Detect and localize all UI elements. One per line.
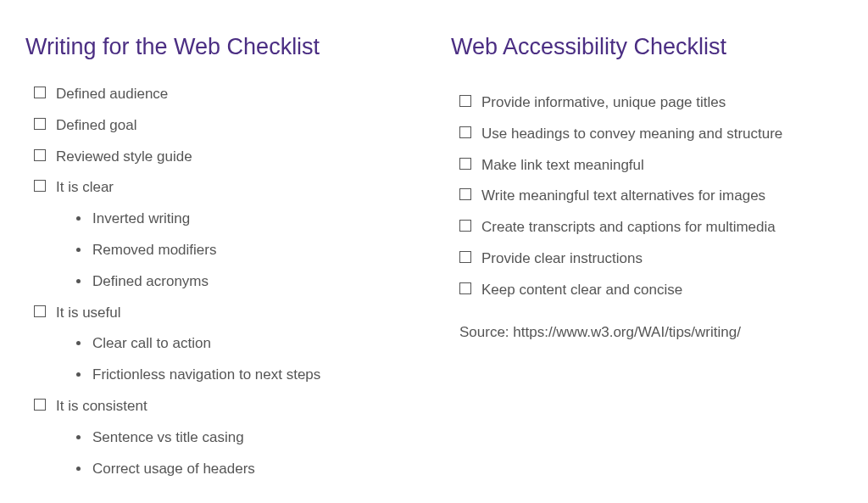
list-item: Provide clear instructions <box>459 249 843 269</box>
right-heading: Web Accessibility Checklist <box>451 34 843 60</box>
sub-item: Correct usage of headers <box>76 459 417 479</box>
bullet-icon <box>76 341 81 345</box>
list-item: Use headings to convey meaning and struc… <box>459 124 843 144</box>
check-label: Provide informative, unique page titles <box>481 92 726 113</box>
checkbox-icon <box>34 87 46 98</box>
sub-list: Inverted writing Removed modifiers Defin… <box>34 209 417 291</box>
list-item: Provide informative, unique page titles <box>459 92 843 113</box>
list-item: It is clear <box>34 177 417 198</box>
list-item: Reviewed style guide <box>34 147 417 167</box>
check-label: Create transcripts and captions for mult… <box>481 217 776 238</box>
checkbox-icon <box>459 282 471 294</box>
sub-label: Removed modifiers <box>92 240 216 260</box>
sub-item: Clear call to action <box>76 333 417 354</box>
checkbox-icon <box>34 305 46 317</box>
checkbox-icon <box>459 220 471 232</box>
sub-item: Removed modifiers <box>76 240 417 260</box>
bullet-icon <box>76 372 81 377</box>
sub-label: Sentence vs title casing <box>92 428 244 448</box>
sub-list: Sentence vs title casing Correct usage o… <box>34 428 417 479</box>
check-label: Provide clear instructions <box>481 249 643 269</box>
check-label: Use headings to convey meaning and struc… <box>481 124 782 144</box>
list-item: It is useful <box>34 303 417 323</box>
sub-label: Frictionless navigation to next steps <box>92 365 320 385</box>
list-item: Defined goal <box>34 115 417 136</box>
accessibility-checklist: Provide informative, unique page titles … <box>451 92 843 300</box>
list-item: Defined audience <box>34 84 417 104</box>
check-label: It is consistent <box>56 396 147 416</box>
sub-label: Inverted writing <box>92 209 190 229</box>
list-item: Create transcripts and captions for mult… <box>459 217 843 238</box>
checkbox-icon <box>459 251 471 263</box>
sub-item: Sentence vs title casing <box>76 428 417 448</box>
sub-label: Correct usage of headers <box>92 459 255 479</box>
sub-list: Clear call to action Frictionless naviga… <box>34 333 417 385</box>
list-item: It is consistent <box>34 396 417 416</box>
checkbox-icon <box>34 399 46 411</box>
list-item: Make link text meaningful <box>459 155 843 176</box>
bullet-icon <box>76 248 81 252</box>
check-label: Make link text meaningful <box>481 155 644 176</box>
check-label: Reviewed style guide <box>56 147 192 167</box>
bullet-icon <box>76 216 81 221</box>
sub-label: Defined acronyms <box>92 271 209 292</box>
source-text: Source: https://www.w3.org/WAI/tips/writ… <box>451 324 843 341</box>
bullet-icon <box>76 467 81 471</box>
check-label: Defined audience <box>56 84 168 104</box>
bullet-icon <box>76 279 81 283</box>
sub-item: Inverted writing <box>76 209 417 229</box>
left-heading: Writing for the Web Checklist <box>25 34 417 60</box>
check-label: It is useful <box>56 303 121 323</box>
list-item: Keep content clear and concise <box>459 280 843 300</box>
checkbox-icon <box>459 158 471 170</box>
check-label: Keep content clear and concise <box>481 280 682 300</box>
checkbox-icon <box>459 188 471 200</box>
list-item: Write meaningful text alternatives for i… <box>459 186 843 206</box>
right-column: Web Accessibility Checklist Provide info… <box>451 34 843 478</box>
checkbox-icon <box>459 95 471 107</box>
checkbox-icon <box>34 149 46 161</box>
checkbox-icon <box>459 126 471 138</box>
sub-item: Defined acronyms <box>76 271 417 292</box>
check-label: Write meaningful text alternatives for i… <box>481 186 765 206</box>
sub-label: Clear call to action <box>92 333 211 354</box>
check-label: Defined goal <box>56 115 136 136</box>
checkbox-icon <box>34 180 46 192</box>
checkbox-icon <box>34 118 46 130</box>
bullet-icon <box>76 435 81 439</box>
sub-item: Frictionless navigation to next steps <box>76 365 417 385</box>
writing-checklist: Defined audience Defined goal Reviewed s… <box>25 84 417 478</box>
left-column: Writing for the Web Checklist Defined au… <box>25 34 417 478</box>
check-label: It is clear <box>56 177 114 198</box>
